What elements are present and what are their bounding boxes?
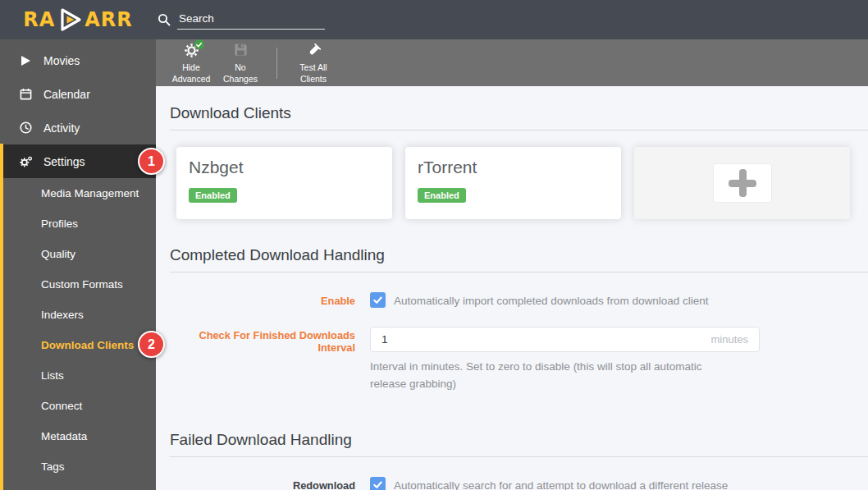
checkmark-icon <box>372 479 384 490</box>
enable-checkbox[interactable] <box>370 292 386 308</box>
logo-text-right: ARR <box>85 8 133 31</box>
status-badge: Enabled <box>418 188 466 203</box>
completed-download-handling-heading: Completed Download Handling <box>170 227 868 272</box>
sidebar-item-metadata[interactable]: Metadata <box>0 421 156 451</box>
sidebar-item-label: Activity <box>43 121 80 135</box>
save-floppy-icon <box>233 42 249 60</box>
sidebar-item-indexers[interactable]: Indexers <box>0 300 156 330</box>
failed-download-form: Redownload Automatically search for and … <box>170 477 868 490</box>
client-card-rtorrent[interactable]: rTorrent Enabled <box>405 147 621 219</box>
client-cards: Nzbget Enabled rTorrent Enabled <box>176 147 868 219</box>
sidebar-item-label: Movies <box>43 54 80 67</box>
sidebar-subitem-label: Tags <box>41 460 65 473</box>
sidebar-subitem-label: Metadata <box>41 430 87 442</box>
toolbar-button-label: Test All <box>299 62 327 74</box>
redownload-help-text: Automatically search for and attempt to … <box>394 477 728 490</box>
search-input[interactable] <box>177 10 325 30</box>
enable-help-text: Automatically import completed downloads… <box>394 292 708 307</box>
radarr-play-icon <box>57 7 83 32</box>
sidebar-item-settings[interactable]: Settings <box>0 144 156 178</box>
calendar-icon <box>19 88 33 100</box>
sidebar-item-activity[interactable]: Activity <box>0 111 156 144</box>
sidebar-item-connect[interactable]: Connect <box>0 391 156 421</box>
client-name: Nzbget <box>189 158 380 177</box>
client-name: rTorrent <box>418 158 609 177</box>
sidebar-subitem-label: Download Clients <box>41 339 134 351</box>
no-changes-save-button[interactable]: No Changes <box>216 40 265 85</box>
enable-row: Enable Automatically import completed do… <box>170 292 868 308</box>
play-icon <box>19 55 33 66</box>
sidebar-item-media-management[interactable]: Media Management <box>0 178 156 208</box>
toolbar-separator <box>276 48 277 79</box>
interval-label: Check For Finished Downloads Interval <box>170 327 355 354</box>
sidebar-item-lists[interactable]: Lists <box>0 360 156 391</box>
interval-row: Check For Finished Downloads Interval mi… <box>170 327 868 393</box>
gears-icon <box>19 155 33 168</box>
sidebar-item-download-clients[interactable]: Download Clients <box>0 330 156 360</box>
add-client-button[interactable] <box>713 163 772 203</box>
failed-download-handling-heading: Failed Download Handling <box>170 412 868 457</box>
interval-help-text: Interval in minutes. Set to zero to disa… <box>370 359 731 393</box>
toolbar-button-label: Changes <box>223 74 258 85</box>
interval-input[interactable] <box>370 327 760 352</box>
radarr-logo[interactable]: RA ARR <box>0 7 156 32</box>
annotation-circle-1: 1 <box>138 148 165 175</box>
top-bar: RA ARR <box>0 0 868 39</box>
sidebar-item-custom-formats[interactable]: Custom Formats <box>0 269 156 300</box>
enable-label: Enable <box>170 292 355 307</box>
sidebar-item-quality[interactable]: Quality <box>0 239 156 269</box>
redownload-label: Redownload <box>170 477 355 490</box>
sidebar-subitem-label: Quality <box>41 248 75 260</box>
test-tube-icon <box>305 42 322 60</box>
settings-toolbar: Hide Advanced No Changes Test All Clie <box>156 39 868 86</box>
clock-icon <box>19 121 33 134</box>
sidebar-item-tags[interactable]: Tags <box>0 451 156 482</box>
toolbar-button-label: Hide <box>182 62 200 74</box>
sidebar: Movies Calendar Activity <box>0 39 156 490</box>
sidebar-subitem-label: Lists <box>41 369 64 382</box>
logo-text-left: RA <box>23 8 55 31</box>
search-bar <box>158 10 325 30</box>
annotation-circle-2: 2 <box>138 331 165 358</box>
sidebar-subitem-label: Media Management <box>41 187 139 199</box>
sidebar-subitem-label: Indexers <box>41 309 84 321</box>
sidebar-item-profiles[interactable]: Profiles <box>0 208 156 239</box>
sidebar-item-calendar[interactable]: Calendar <box>0 77 156 111</box>
checkmark-icon <box>372 294 384 306</box>
sidebar-subitem-label: Custom Formats <box>41 278 123 291</box>
sidebar-subitem-label: Connect <box>41 400 82 412</box>
sidebar-item-movies[interactable]: Movies <box>0 44 156 77</box>
sidebar-item-label: Calendar <box>43 88 90 101</box>
test-all-clients-button[interactable]: Test All Clients <box>289 40 338 85</box>
advanced-gear-icon <box>183 42 200 60</box>
hide-advanced-button[interactable]: Hide Advanced <box>167 40 216 85</box>
add-client-card[interactable] <box>634 147 850 219</box>
redownload-checkbox[interactable] <box>370 477 386 490</box>
sidebar-accent-bar <box>0 144 3 490</box>
toolbar-button-label: No <box>235 62 245 74</box>
settings-content: Download Clients Nzbget Enabled rTorrent… <box>156 86 868 490</box>
completed-download-form: Enable Automatically import completed do… <box>170 292 868 393</box>
toolbar-button-label: Advanced <box>172 74 211 85</box>
check-badge-icon <box>194 39 204 49</box>
sidebar-subitem-label: Profiles <box>41 218 78 230</box>
download-clients-heading: Download Clients <box>170 86 868 131</box>
redownload-row: Redownload Automatically search for and … <box>170 477 868 490</box>
status-badge: Enabled <box>189 188 237 203</box>
sidebar-item-label: Settings <box>43 155 85 168</box>
toolbar-button-label: Clients <box>300 74 327 85</box>
plus-icon <box>729 169 756 197</box>
client-card-nzbget[interactable]: Nzbget Enabled <box>176 147 392 219</box>
search-icon <box>158 13 171 26</box>
